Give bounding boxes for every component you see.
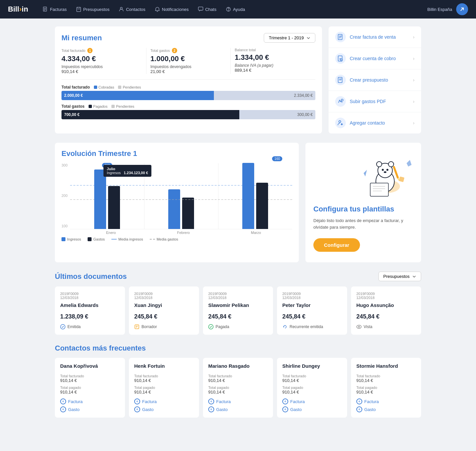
svg-point-21: [341, 99, 343, 101]
cobro-icon: [335, 53, 346, 64]
legend-pendientes: Pendientes: [118, 85, 141, 89]
stat-sub-label-3: Balance IVA (a pagar): [235, 63, 311, 68]
contact-tf-label-1: Total facturado: [134, 374, 194, 378]
qa-crear-presupuesto[interactable]: Crear presupuesto ›: [329, 69, 421, 91]
legend-label-gastos: Gastos: [93, 237, 105, 241]
bar-fill-1: 2.000,00 €: [61, 91, 214, 100]
contact-tp-label-0: Total pagado: [60, 386, 120, 390]
contact-action-factura-1[interactable]: + Factura: [134, 398, 194, 404]
contact-action-factura-4[interactable]: + Factura: [356, 398, 416, 404]
y-label-300: 300: [61, 163, 67, 167]
chevron-icon-2: ›: [413, 77, 415, 83]
contact-action-gasto-4[interactable]: + Gasto: [356, 406, 416, 412]
legend-pendientes-2: Pendientes: [111, 104, 134, 108]
tooltip-label: Ingresos: [107, 171, 121, 175]
contact-tf-label-0: Total facturado: [60, 374, 120, 378]
bell-icon: [155, 7, 160, 12]
doc-card-2[interactable]: 2019F0009 12/03/2018 Slawomir Pelikan 24…: [203, 286, 273, 335]
contact-card-1: Henk Fortuin Total facturado 910,14 € To…: [129, 358, 199, 418]
sidebar-item-facturas[interactable]: Facturas: [39, 4, 71, 15]
doc-card-4[interactable]: 2019F0009 12/03/2018 Hugo Assunção 245,8…: [351, 286, 421, 335]
contact-actions-3: + Factura + Gasto: [282, 398, 342, 412]
doc-amount-1: 245,84 €: [134, 313, 194, 320]
doc-name-3: Peter Taylor: [282, 302, 342, 308]
sidebar-item-chats[interactable]: Chats: [194, 4, 220, 15]
contact-action-gasto-3[interactable]: + Gasto: [282, 406, 342, 412]
contact-tp-label-2: Total pagado: [208, 386, 268, 390]
legend-label-media-i: Media ingresos: [118, 237, 143, 241]
stat-sub-val-3: 889,14 €: [235, 68, 311, 73]
doc-card-0[interactable]: 2019F0009 12/03/2018 Amelia Edwards 1.23…: [55, 286, 125, 335]
legend-gastos: Gastos: [88, 237, 105, 241]
sidebar-item-contactos[interactable]: Contactos: [115, 4, 149, 15]
doc-amount-2: 245,84 €: [208, 313, 268, 320]
period-dropdown[interactable]: Trimestre 1 - 2019: [264, 33, 315, 43]
nav-label-ayuda: Ayuda: [233, 7, 245, 12]
chevron-icon-3: ›: [413, 99, 415, 104]
chart-area: 300 200 100 Julio: [61, 163, 292, 236]
sidebar-item-notificaciones[interactable]: Notificaciones: [151, 4, 193, 15]
user-avatar[interactable]: [456, 3, 468, 15]
svg-point-28: [377, 162, 382, 167]
svg-rect-40: [399, 176, 404, 182]
legend-label-ingresos: Ingresos: [67, 237, 81, 241]
illustration-svg: [360, 153, 413, 200]
svg-point-29: [388, 162, 394, 167]
y-label-200: 200: [61, 194, 67, 198]
doc-status-3: Recurrente emitida: [282, 324, 342, 329]
svg-rect-9: [198, 7, 203, 10]
bar-legend-2: Pagados Pendientes: [89, 104, 134, 108]
chart-container: 300 200 100 Julio: [61, 163, 292, 229]
contact-action-gasto-1[interactable]: + Gasto: [134, 406, 194, 412]
stats-grid: Total facturado 1 4.334,00 € Impuestos r…: [61, 48, 315, 80]
document-icon: [43, 7, 48, 12]
config-button[interactable]: Configurar: [313, 238, 360, 252]
bar-track-1: 2.000,00 € 2.334,00 €: [61, 91, 315, 100]
qa-crear-factura[interactable]: Crear factura de venta ›: [329, 26, 421, 48]
doc-id-0: 2019F0009: [60, 292, 120, 296]
contact-tp-val-0: 910,14 €: [60, 390, 120, 395]
doc-status-4: Vista: [356, 324, 416, 329]
contact-action-gasto-2[interactable]: + Gasto: [208, 406, 268, 412]
contact-action-factura-2[interactable]: + Factura: [208, 398, 268, 404]
logo[interactable]: Bill›in: [8, 5, 28, 14]
config-desc: Déjalo listo todo antes de empezar a fac…: [313, 217, 413, 230]
sidebar-item-presupuestos[interactable]: Presupuestos: [72, 4, 114, 15]
help-icon: [226, 7, 231, 12]
contact-tf-label-4: Total facturado: [356, 374, 416, 378]
company-name: Billin España: [427, 7, 452, 12]
doc-status-1: Borrador: [134, 324, 194, 329]
qa-crear-cobro[interactable]: Crear cuenta de cobro ›: [329, 48, 421, 69]
doc-card-3[interactable]: 2019F0009 12/03/2018 Peter Taylor 245,84…: [277, 286, 347, 335]
bar-febrero-ingresos: [168, 189, 180, 229]
qa-label-2: Crear presupuesto: [350, 77, 409, 83]
contacts-icon: [119, 7, 124, 12]
badge-160: 160: [272, 156, 282, 161]
legend-color-media-g: [150, 239, 155, 240]
docs-filter-dropdown[interactable]: Presupuestos: [378, 272, 421, 281]
contact-action-gasto-0[interactable]: + Gasto: [60, 406, 120, 412]
contact-action-factura-3[interactable]: + Factura: [282, 398, 342, 404]
clipboard-icon: [76, 7, 81, 12]
pagada-icon: [208, 324, 214, 329]
doc-date-1: 12/03/2018: [134, 296, 194, 300]
nav-label-presupuestos: Presupuestos: [83, 7, 110, 12]
contactos-section: Contactos más frecuentes Dana Kopřivová …: [55, 344, 421, 418]
contact-action-factura-0[interactable]: + Factura: [60, 398, 120, 404]
plus-icon-gasto-2: +: [208, 406, 214, 412]
resumen-card: Mi resumen Trimestre 1 - 2019 Total fact…: [55, 26, 322, 133]
chart-group-enero: 310: [77, 169, 137, 229]
doc-name-1: Xuan Jingyi: [134, 302, 194, 308]
stat-value-1: 4.334,00 €: [61, 55, 142, 63]
nav-label-facturas: Facturas: [50, 7, 67, 12]
x-label-enero: Enero: [75, 231, 147, 235]
sidebar-item-ayuda[interactable]: Ayuda: [222, 4, 249, 15]
chart-tooltip: Julio Ingresos 1.234.123,00 €: [103, 165, 151, 177]
doc-card-1[interactable]: 2019F0009 12/03/2018 Xuan Jingyi 245,84 …: [129, 286, 199, 335]
qa-agregar-contacto[interactable]: Agregar contacto ›: [329, 112, 421, 133]
plus-icon-gasto-0: +: [60, 406, 66, 412]
qa-subir-pdf[interactable]: Subir gastos PDF ›: [329, 91, 421, 112]
chart-group-marzo: 160: [225, 163, 286, 229]
doc-status-2: Pagada: [208, 324, 268, 329]
tooltip-row: Ingresos 1.234.123,00 €: [107, 171, 148, 175]
